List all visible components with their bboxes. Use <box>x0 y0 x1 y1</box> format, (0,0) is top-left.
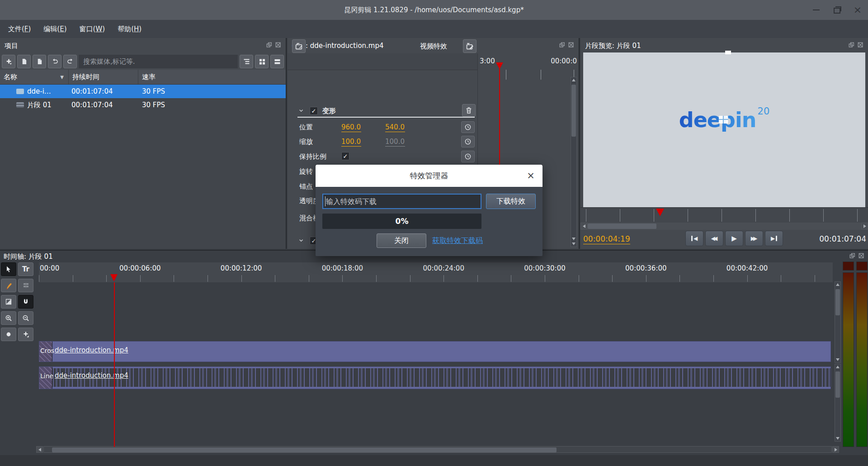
float-panel-button[interactable] <box>849 42 854 50</box>
add-track-tool-button[interactable] <box>18 328 33 341</box>
delete-effect-button[interactable] <box>462 104 476 117</box>
restore-icon <box>834 8 840 14</box>
param-value[interactable]: 960.0 <box>341 123 361 132</box>
record-tool-button[interactable] <box>1 328 16 341</box>
chevron-down-icon[interactable] <box>298 108 304 114</box>
select-tool-button[interactable] <box>1 262 16 276</box>
play-button[interactable]: ▶ <box>725 231 743 246</box>
timeline-ruler[interactable]: 00:0000:00:06:0000:00:12:0000:00:18:0000… <box>39 262 833 282</box>
keyframe-button[interactable] <box>461 136 475 147</box>
keyframe-scrollbar[interactable] <box>571 77 577 247</box>
scrollbar-thumb[interactable] <box>835 371 840 398</box>
effect-group-transform[interactable]: ✓ 变形 <box>288 104 336 118</box>
current-timecode[interactable]: 00:00:04:19 <box>583 234 630 244</box>
keyframe-playhead[interactable] <box>496 62 503 69</box>
keyframe-button[interactable] <box>461 121 475 133</box>
scroll-down-icon[interactable] <box>572 243 576 245</box>
add-clip-button[interactable] <box>2 55 15 68</box>
icon-view-button[interactable] <box>255 55 269 68</box>
undo-button[interactable] <box>48 55 61 68</box>
scroll-down-icon[interactable] <box>836 358 840 361</box>
minimize-button[interactable] <box>806 0 826 20</box>
param-value[interactable]: 100.0 <box>341 138 361 147</box>
scroll-left-button[interactable] <box>36 446 43 453</box>
timeline-hscrollbar[interactable] <box>36 446 839 453</box>
chevron-down-icon[interactable] <box>298 238 304 243</box>
custom-effect-button[interactable] <box>463 39 476 53</box>
scroll-left-button[interactable] <box>580 223 587 229</box>
column-header-name[interactable]: 名称 ▼ <box>0 70 69 84</box>
param-value[interactable]: 100.0 <box>385 138 405 147</box>
close-panel-button[interactable] <box>275 42 281 50</box>
corner-tool-button[interactable] <box>1 295 16 309</box>
audio-clip[interactable]: Line dde-introduction.mp4 <box>39 366 831 389</box>
scrollbar-thumb[interactable] <box>835 289 840 315</box>
param-checkbox[interactable]: ✓ <box>341 152 349 160</box>
timeline-vscrollbar-lower[interactable] <box>835 364 841 442</box>
close-button[interactable]: × <box>847 0 868 20</box>
column-header-rate[interactable]: 速率 <box>138 70 286 84</box>
download-effect-button[interactable]: 下载特效 <box>486 194 536 209</box>
list-view-button[interactable] <box>240 55 253 68</box>
search-input[interactable] <box>79 55 238 68</box>
menu-item-window[interactable]: 窗口(W) <box>74 23 111 36</box>
table-row[interactable]: dde-i…00:01:07:0430 FPS <box>0 85 286 98</box>
video-clip[interactable]: Cros dde-introduction.mp4 <box>39 341 831 362</box>
keyframe-button[interactable] <box>461 151 475 162</box>
snap-tool-button[interactable] <box>18 295 33 309</box>
scroll-up-icon[interactable] <box>572 79 576 81</box>
audio-meter-left-peak <box>843 262 854 271</box>
float-panel-button[interactable] <box>266 42 272 50</box>
scroll-up-icon[interactable] <box>836 366 840 368</box>
rewind-button[interactable]: ◀◀ <box>705 231 723 246</box>
draw-tool-button[interactable] <box>1 279 16 292</box>
menu-item-file[interactable]: 文件(F) <box>3 23 36 36</box>
dialog-titlebar[interactable]: 特效管理器 × <box>316 165 542 187</box>
ruler-tick <box>646 275 646 282</box>
column-header-duration[interactable]: 持续时间 <box>69 70 138 84</box>
scroll-right-button[interactable] <box>832 446 839 453</box>
scroll-down-icon[interactable] <box>836 437 840 440</box>
scrollbar-track[interactable] <box>43 446 832 453</box>
zoom-in-tool-button[interactable] <box>1 311 16 325</box>
skip-end-button[interactable]: ▶ <box>765 231 783 246</box>
dialog-close-action-button[interactable]: 关闭 <box>377 233 426 248</box>
scroll-up-icon[interactable] <box>836 283 840 286</box>
scrollbar-thumb[interactable] <box>52 447 557 452</box>
float-panel-button[interactable] <box>849 252 855 261</box>
save-effect-button[interactable] <box>292 39 306 53</box>
monitor-scrollbar[interactable] <box>580 223 868 230</box>
close-panel-button[interactable] <box>858 42 863 50</box>
menu-item-edit[interactable]: 编辑(E) <box>38 23 72 36</box>
monitor-playhead[interactable] <box>656 209 664 216</box>
effect-group-second[interactable]: ✓ <box>288 234 318 247</box>
effect-code-input[interactable] <box>323 195 481 208</box>
text-tool-button[interactable]: Tr <box>18 262 33 276</box>
skip-start-button[interactable]: ◀ <box>685 231 703 246</box>
param-value[interactable]: 540.0 <box>385 123 405 132</box>
scrollbar-thumb[interactable] <box>571 85 576 137</box>
monitor-ruler[interactable] <box>580 207 868 223</box>
detail-view-button[interactable] <box>270 55 284 68</box>
titlebar[interactable]: 昆冈剪辑 1.21.0829 - /home/uos/Documents/asd… <box>0 0 868 20</box>
restore-button[interactable] <box>826 0 847 20</box>
dialog-close-button[interactable]: × <box>525 170 536 181</box>
timeline-vscrollbar-upper[interactable] <box>835 281 841 363</box>
zoom-out-tool-button[interactable] <box>18 311 33 325</box>
table-row[interactable]: 片段 0100:01:07:0430 FPS <box>0 98 286 112</box>
get-effect-code-link[interactable]: 获取特效下载码 <box>432 236 483 246</box>
scroll-right-button[interactable] <box>861 223 868 229</box>
tab-video-effects[interactable]: 视频特效 <box>288 38 580 54</box>
scrollbar-thumb[interactable] <box>588 223 656 229</box>
close-panel-button[interactable] <box>859 252 864 261</box>
menu-item-help[interactable]: 帮助(H) <box>112 23 147 36</box>
timeline-playhead[interactable] <box>110 274 118 281</box>
effect-enabled-checkbox[interactable]: ✓ <box>310 107 318 115</box>
duplicate-button[interactable] <box>33 55 46 68</box>
new-item-button[interactable] <box>17 55 31 68</box>
fast-forward-button[interactable]: ▶▶ <box>745 231 763 246</box>
razor-tool-button[interactable] <box>18 279 33 292</box>
video-monitor[interactable]: deepin20 <box>583 52 865 207</box>
scroll-down-icon[interactable] <box>572 238 576 240</box>
redo-button[interactable] <box>63 55 77 68</box>
